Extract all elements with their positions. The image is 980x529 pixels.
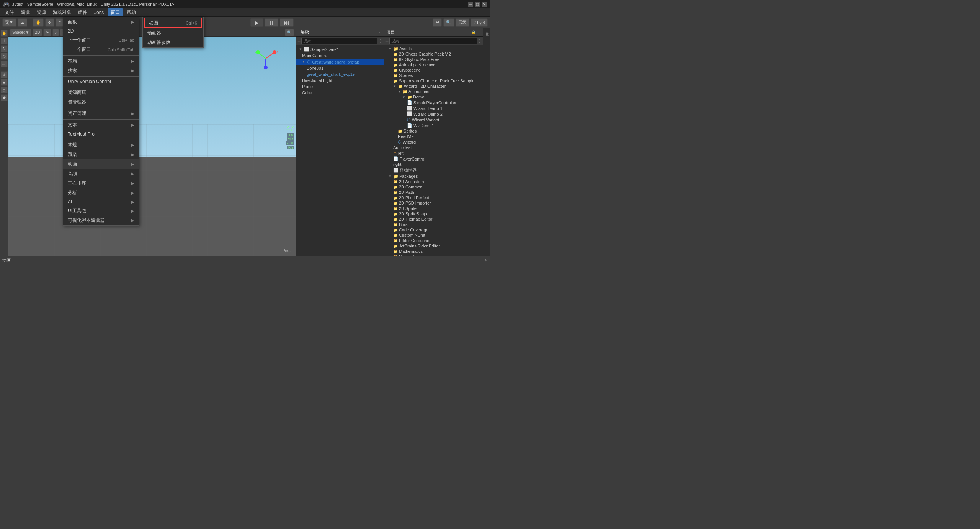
submenu-animator[interactable]: 动画器 bbox=[143, 28, 203, 38]
menu-edit[interactable]: 编辑 bbox=[18, 8, 33, 16]
toolbar-move[interactable]: ✛ bbox=[45, 18, 54, 27]
window-menu-layout[interactable]: 布局 ▶ bbox=[63, 56, 139, 66]
menu-component[interactable]: 组件 bbox=[75, 8, 90, 16]
window-menu-assetmgmt[interactable]: 资产管理 ▶ bbox=[63, 109, 139, 118]
project-item-2d-pixel[interactable]: 📁2D Pixel Perfect bbox=[384, 195, 483, 200]
submenu-animation[interactable]: 动画 Ctrl+6 bbox=[144, 18, 202, 28]
window-menu-animation[interactable]: 动画 ▶ bbox=[63, 159, 139, 169]
window-menu-render[interactable]: 渲染 ▶ bbox=[63, 150, 139, 159]
tool-extra4[interactable]: ⬟ bbox=[1, 94, 8, 101]
project-search-input[interactable] bbox=[389, 38, 477, 44]
project-item-2d-spriteshape[interactable]: 📁2D SpriteShape bbox=[384, 211, 483, 216]
scene-content[interactable]: X Y Z Persp 47 1.0 M/s 26.8 K/s bbox=[8, 37, 296, 256]
tool-extra3[interactable]: ◇ bbox=[1, 87, 8, 93]
project-item-2d-common[interactable]: 📁2D Common bbox=[384, 184, 483, 190]
layout-dropdown[interactable]: 2 by 3 bbox=[471, 18, 488, 27]
tool-extra1[interactable]: ⚙ bbox=[1, 71, 8, 78]
hierarchy-item-main-camera[interactable]: Main Camera bbox=[296, 52, 384, 59]
tool-scale[interactable]: ⬡ bbox=[1, 53, 8, 60]
project-item-2d-path[interactable]: 📁2D Path bbox=[384, 190, 483, 195]
window-menu-next[interactable]: 下一个窗口 Ctrl+Tab bbox=[63, 35, 139, 45]
project-item-sprites[interactable]: 📁 Sprites bbox=[384, 128, 483, 134]
project-item-readme[interactable]: ReadMe bbox=[384, 134, 483, 139]
project-item-2d-psd[interactable]: 📁2D PSD Importer bbox=[384, 200, 483, 206]
project-lock-btn[interactable]: 🔒 bbox=[471, 30, 476, 34]
window-menu-analysis[interactable]: 分析 ▶ bbox=[63, 188, 139, 198]
project-item-cryptogene[interactable]: 📁 Cryptogene bbox=[384, 67, 483, 73]
project-item-wizard-prefab[interactable]: ⬡ Wizard bbox=[384, 139, 483, 145]
menu-window[interactable]: 窗口 bbox=[108, 8, 123, 16]
menu-help[interactable]: 帮助 bbox=[124, 8, 139, 16]
project-options-btn[interactable]: ⋮ bbox=[477, 30, 481, 34]
hierarchy-filter-btn[interactable]: ⋮ bbox=[378, 39, 382, 43]
project-item-playercontrol[interactable]: 📄 PlayerControl bbox=[384, 156, 483, 162]
project-item-math[interactable]: 📁Mathematics bbox=[384, 249, 483, 254]
window-menu-search[interactable]: 搜索 ▶ bbox=[63, 66, 139, 75]
project-item-scenes[interactable]: 📁 Scenes bbox=[384, 73, 483, 78]
step-button[interactable]: ⏭ bbox=[280, 18, 294, 27]
window-menu-sorting[interactable]: 正在排序 ▶ bbox=[63, 179, 139, 188]
project-item-2d-anim[interactable]: 📁2D Animation bbox=[384, 179, 483, 184]
pause-button[interactable]: ⏸ bbox=[265, 18, 278, 27]
window-menu-uvc[interactable]: Unity Version Control bbox=[63, 77, 139, 86]
toolbar-no-touch[interactable]: 无▼ bbox=[2, 18, 16, 27]
minimize-button[interactable]: ─ bbox=[468, 2, 473, 7]
scene-2d-btn[interactable]: 2D bbox=[33, 29, 42, 36]
window-menu-assetstore[interactable]: 资源商店 bbox=[63, 88, 139, 97]
project-item-left[interactable]: ⚠ left bbox=[384, 150, 483, 156]
menu-file[interactable]: 文件 bbox=[2, 8, 17, 16]
window-menu-2d[interactable]: 2D bbox=[63, 27, 139, 35]
project-item-wiz-variant[interactable]: ⬡ Wizard Variant bbox=[384, 117, 483, 123]
project-item-spc[interactable]: 📄 SimplePlayerController bbox=[384, 100, 483, 105]
project-item-2d-chess[interactable]: 📁 2D Chess Graphic Pack V.2 bbox=[384, 51, 483, 57]
anim-tab-label[interactable]: 动画 bbox=[2, 257, 11, 263]
window-menu-ai[interactable]: AI ▶ bbox=[63, 198, 139, 206]
toolbar-cloud[interactable]: ☁ bbox=[18, 18, 27, 27]
undo-history-button[interactable]: ↩ bbox=[433, 18, 442, 27]
window-menu-panel[interactable]: 面板 ▶ bbox=[63, 17, 139, 27]
hierarchy-item-samplescene[interactable]: ▼ ⬜ SampleScene* bbox=[296, 46, 384, 52]
hierarchy-add-btn[interactable]: + bbox=[297, 38, 301, 44]
project-item-wizard[interactable]: ▼ 📁 Wizard - 2D Character bbox=[384, 84, 483, 89]
scene-audio-btn[interactable]: ♪ bbox=[52, 29, 59, 36]
scene-shaded-btn[interactable]: Shaded▼ bbox=[10, 29, 31, 36]
tool-rect[interactable]: ▭ bbox=[1, 61, 8, 67]
tool-extra2[interactable]: ◈ bbox=[1, 79, 8, 86]
scene-search-btn[interactable]: 🔍 bbox=[285, 29, 294, 36]
tool-hand[interactable]: ✋ bbox=[1, 30, 8, 37]
menu-assets[interactable]: 资源 bbox=[34, 8, 49, 16]
scene-lighting-btn[interactable]: ☀ bbox=[43, 29, 51, 36]
play-button[interactable]: ▶ bbox=[250, 18, 263, 27]
hierarchy-options-btn[interactable]: ⋮ bbox=[377, 30, 381, 34]
project-item-burst[interactable]: 📁Burst bbox=[384, 222, 483, 227]
hierarchy-search-input[interactable] bbox=[301, 38, 377, 44]
project-item-animations[interactable]: ▼ 📁 Animations bbox=[384, 89, 483, 94]
close-button[interactable]: ✕ bbox=[482, 2, 487, 7]
project-item-right[interactable]: right bbox=[384, 162, 483, 167]
project-item-audiotest[interactable]: AudioTest bbox=[384, 145, 483, 150]
project-item-2d-sprite[interactable]: 📁2D Sprite bbox=[384, 206, 483, 211]
layers-dropdown[interactable]: 层级 bbox=[456, 18, 469, 27]
project-item-profanal[interactable]: 📁Profile Analyzer bbox=[384, 254, 483, 256]
project-item-custnunit[interactable]: 📁Custom NUnit bbox=[384, 233, 483, 238]
hierarchy-item-plane[interactable]: Plane bbox=[296, 84, 384, 90]
window-menu-pkgmgr[interactable]: 包管理器 bbox=[63, 97, 139, 107]
project-item-demo[interactable]: ▼ 📁 Demo bbox=[384, 94, 483, 100]
maximize-button[interactable]: □ bbox=[475, 2, 480, 7]
anim-close-btn[interactable]: ✕ bbox=[485, 258, 488, 262]
project-item-wizdemo1[interactable]: 📄 WizDemo1 bbox=[384, 123, 483, 128]
window-menu-textmeshpro[interactable]: TextMeshPro bbox=[63, 130, 139, 138]
project-item-wiz-demo2[interactable]: ⬜ Wizard Demo 2 bbox=[384, 111, 483, 117]
project-item-editorcoro[interactable]: 📁Editor Coroutines bbox=[384, 238, 483, 243]
tool-rotate[interactable]: ↻ bbox=[1, 45, 8, 52]
window-menu-text[interactable]: 文本 ▶ bbox=[63, 120, 139, 130]
hierarchy-item-directional-light[interactable]: Directional Light bbox=[296, 77, 384, 84]
project-item-supercyan[interactable]: 📁 Supercyan Character Pack Free Sample bbox=[384, 78, 483, 84]
project-add-btn[interactable]: + bbox=[385, 38, 389, 44]
menu-gameobject[interactable]: 游戏对象 bbox=[50, 8, 74, 16]
project-item-skybox[interactable]: 📁 8K Skybox Pack Free bbox=[384, 57, 483, 62]
window-menu-prev[interactable]: 上一个窗口 Ctrl+Shift+Tab bbox=[63, 45, 139, 54]
project-item-jbride[interactable]: 📁JetBrains Rider Editor bbox=[384, 243, 483, 249]
hierarchy-item-cube[interactable]: Cube bbox=[296, 90, 384, 96]
window-menu-visscriptedit[interactable]: 可视化脚本编辑器 ▶ bbox=[63, 216, 139, 225]
